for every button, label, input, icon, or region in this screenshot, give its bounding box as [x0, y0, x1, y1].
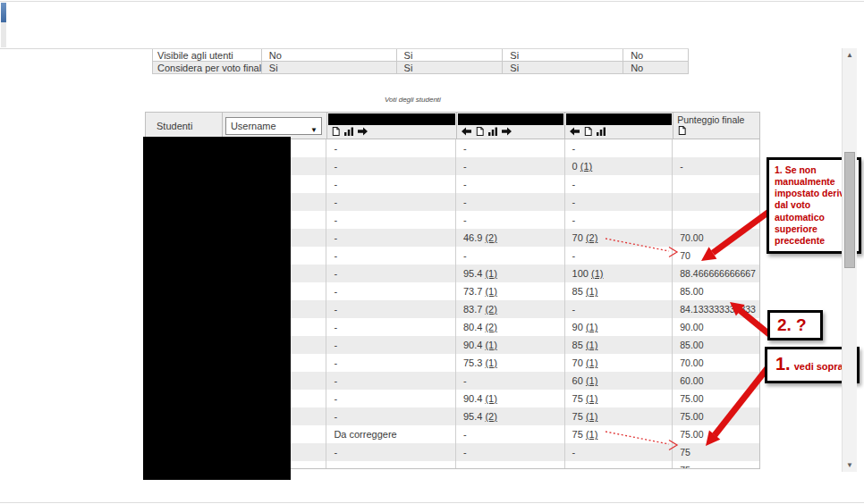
annotation-note-3-text: vedi sopra — [794, 361, 843, 372]
grade-cell: - — [326, 336, 456, 354]
grade-detail-link[interactable]: (1) — [586, 357, 597, 368]
settings-row: Visibile agli utentiNoSiSiNo — [152, 49, 689, 62]
report-icon[interactable] — [475, 126, 485, 137]
settings-value: No — [623, 49, 689, 62]
arrow-right-icon[interactable] — [501, 126, 512, 137]
grade-cell: - — [456, 157, 565, 175]
username-select-value: Username — [231, 121, 276, 131]
annotation-note-2: 2. ? — [767, 310, 823, 340]
left-scrollbar-thumb[interactable] — [1, 3, 6, 22]
grade-column-1-header — [327, 113, 457, 139]
grade-cell: - — [326, 175, 456, 193]
grade-cell: - — [565, 300, 673, 318]
students-column-header: Studenti — [146, 113, 223, 139]
scrollbar-thumb[interactable] — [844, 152, 855, 268]
window-bottom-edge — [0, 502, 864, 503]
grade-cell: 75.00 — [673, 390, 759, 407]
grade-cell: - — [673, 157, 759, 175]
grade-cell: 46.9 (2) — [456, 229, 565, 247]
grade-cell: 90 (1) — [565, 318, 673, 336]
grade-detail-link[interactable]: (1) — [586, 340, 597, 350]
settings-value: Si — [503, 62, 623, 74]
grade-detail-link[interactable]: (1) — [485, 357, 496, 368]
grade-detail-link[interactable]: (1) — [485, 268, 496, 279]
grade-cell: - — [456, 443, 565, 461]
report-icon[interactable] — [677, 125, 687, 136]
grade-cell: - — [565, 211, 673, 229]
username-header-cell: Username ▼ — [223, 113, 327, 139]
chevron-down-icon: ▼ — [310, 122, 318, 139]
grade-cell: - — [326, 318, 456, 336]
grades-caption: Voti degli studenti — [385, 96, 441, 104]
grade-cell: - — [326, 390, 456, 407]
grade-cell: 70.00 — [673, 229, 759, 247]
grade-cell: 83.7 (2) — [456, 300, 565, 318]
grade-detail-link[interactable]: (1) — [586, 375, 597, 386]
grade-cell: - — [456, 193, 565, 211]
grade-cell: - — [565, 193, 673, 211]
grade-detail-link[interactable]: (1) — [485, 393, 496, 404]
stats-icon[interactable] — [487, 126, 498, 137]
grade-cell — [326, 461, 456, 468]
grade-detail-link[interactable]: (1) — [485, 340, 496, 350]
settings-value: Si — [262, 62, 397, 74]
grade-cell: 95.4 (2) — [456, 407, 565, 425]
grade-cell: 75 — [673, 461, 759, 468]
grade-detail-link[interactable]: (1) — [586, 393, 597, 404]
settings-table: Visibile agli utentiNoSiSiNoConsidera pe… — [152, 49, 689, 74]
settings-value: Si — [397, 49, 504, 62]
grade-detail-link[interactable]: (1) — [586, 322, 597, 332]
grade-cell: - — [326, 300, 456, 318]
grade-cell: 0 (1) — [565, 157, 673, 175]
grade-detail-link[interactable]: (2) — [586, 232, 597, 243]
grade-cell: Da correggere — [326, 425, 456, 443]
arrow-left-icon[interactable] — [569, 126, 580, 137]
arrow-right-icon[interactable] — [357, 126, 368, 137]
grade-cell — [673, 193, 759, 211]
grade-column-2-header — [457, 113, 566, 139]
report-icon[interactable] — [331, 126, 341, 137]
grade-cell: 75.00 — [673, 407, 759, 425]
scroll-up-icon[interactable]: ▲ — [843, 51, 857, 59]
grade-cell: - — [456, 139, 565, 157]
grade-detail-link[interactable]: (1) — [586, 411, 597, 422]
scroll-down-icon[interactable]: ▼ — [843, 461, 857, 469]
grade-cell: 70 (1) — [565, 354, 673, 372]
grade-detail-link[interactable]: (2) — [485, 232, 496, 243]
grade-cell: 85 (1) — [565, 282, 673, 300]
username-select[interactable]: Username ▼ — [225, 117, 322, 135]
final-score-column-header: Punteggio finale — [673, 113, 759, 139]
arrow-left-icon[interactable] — [461, 126, 472, 137]
grade-cell: 75.00 — [673, 425, 759, 443]
left-scrollbar-track[interactable] — [1, 22, 6, 47]
report-icon[interactable] — [583, 126, 593, 137]
grade-detail-link[interactable]: (2) — [485, 322, 496, 332]
grade-cell: 70 — [673, 247, 759, 265]
grade-detail-link[interactable]: (1) — [586, 286, 597, 297]
grade-detail-link[interactable]: (1) — [591, 268, 603, 279]
redacted-column-title — [566, 113, 672, 125]
grade-cell: 95.4 (1) — [456, 265, 565, 282]
settings-value: No — [623, 62, 689, 74]
grade-cell — [673, 211, 759, 229]
grade-cell: 85.00 — [673, 282, 759, 300]
stats-icon[interactable] — [343, 126, 354, 137]
grade-detail-link[interactable]: (2) — [485, 411, 496, 422]
grades-table-header: Studenti Username ▼ Punteggio finale — [146, 113, 759, 139]
grade-detail-link[interactable]: (1) — [485, 286, 496, 297]
grade-cell: - — [326, 157, 456, 175]
grade-detail-link[interactable]: (1) — [580, 161, 592, 172]
grade-cell: - — [456, 425, 565, 443]
grade-cell: - — [565, 443, 673, 461]
annotation-note-3-number: 1. — [775, 354, 791, 374]
grade-detail-link[interactable]: (2) — [485, 304, 496, 315]
window-top-edge — [0, 1, 864, 2]
grade-detail-link[interactable]: (1) — [586, 429, 597, 440]
grade-cell: - — [456, 175, 565, 193]
settings-value: Si — [503, 49, 623, 62]
grade-cell: - — [326, 443, 456, 461]
grade-cell: - — [565, 247, 673, 265]
stats-icon[interactable] — [596, 126, 606, 137]
vertical-scrollbar[interactable]: ▲ ▼ — [842, 48, 857, 472]
grade-cell: 85 (1) — [565, 336, 673, 354]
